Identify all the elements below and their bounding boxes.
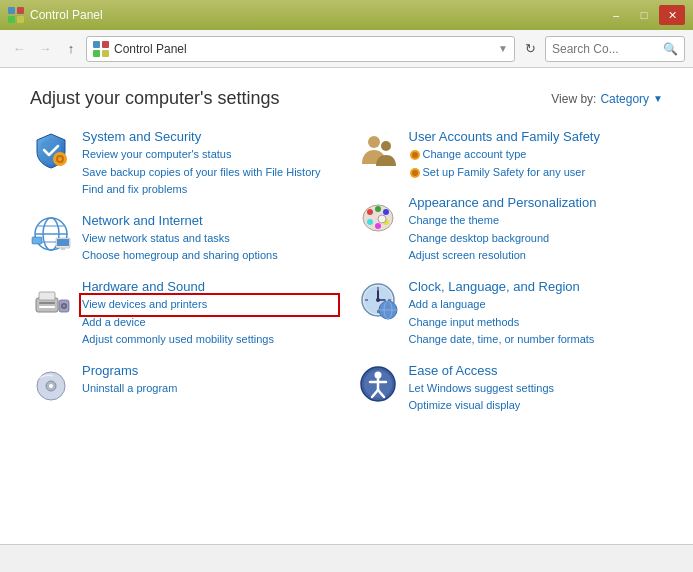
svg-point-39 <box>383 209 389 215</box>
viewby-dropdown-icon[interactable]: ▼ <box>653 93 663 104</box>
hardware-sound-title[interactable]: Hardware and Sound <box>82 279 337 294</box>
categories-grid: System and Security Review your computer… <box>30 129 663 429</box>
close-button[interactable]: ✕ <box>659 5 685 25</box>
svg-point-26 <box>63 304 66 307</box>
svg-rect-4 <box>93 41 100 48</box>
clock-language-link-2[interactable]: Change date, time, or number formats <box>409 331 664 349</box>
user-accounts-title[interactable]: User Accounts and Family Safety <box>409 129 664 144</box>
shield-icon <box>30 129 72 171</box>
svg-rect-18 <box>61 248 65 250</box>
network-internet-link-0[interactable]: View network status and tasks <box>82 230 337 248</box>
svg-rect-17 <box>57 239 69 246</box>
window-title: Control Panel <box>30 8 103 22</box>
address-box[interactable]: Control Panel ▼ <box>86 36 515 62</box>
user-accounts-link-1[interactable]: Set up Family Safety for any user <box>409 164 664 182</box>
category-system-security: System and Security Review your computer… <box>30 129 337 199</box>
hardware-sound-content: Hardware and Sound View devices and prin… <box>82 279 337 349</box>
system-security-link-2[interactable]: Find and fix problems <box>82 181 337 199</box>
page-header: Adjust your computer's settings View by:… <box>30 88 663 109</box>
viewby-label: View by: <box>551 92 596 106</box>
ease-access-title[interactable]: Ease of Access <box>409 363 664 378</box>
svg-point-31 <box>381 141 391 151</box>
status-bar <box>0 544 693 572</box>
svg-rect-7 <box>102 50 109 57</box>
window-icon <box>8 7 24 23</box>
forward-button[interactable]: → <box>34 38 56 60</box>
system-security-link-0[interactable]: Review your computer's status <box>82 146 337 164</box>
category-hardware-sound: Hardware and Sound View devices and prin… <box>30 279 337 349</box>
accounts-icon <box>357 129 399 171</box>
programs-link-0[interactable]: Uninstall a program <box>82 380 337 398</box>
system-security-title[interactable]: System and Security <box>82 129 337 144</box>
address-text: Control Panel <box>114 42 493 56</box>
clock-language-link-1[interactable]: Change input methods <box>409 314 664 332</box>
svg-point-37 <box>367 209 373 215</box>
access-icon <box>357 363 399 405</box>
viewby-value[interactable]: Category <box>600 92 649 106</box>
hardware-sound-link-2[interactable]: Adjust commonly used mobility settings <box>82 331 337 349</box>
programs-icon <box>30 363 72 405</box>
svg-point-10 <box>58 157 62 161</box>
title-bar-controls: – □ ✕ <box>603 5 685 25</box>
hardware-sound-link-0[interactable]: View devices and printers <box>82 296 337 314</box>
address-bar: ← → ↑ Control Panel ▼ ↻ 🔍 <box>0 30 693 68</box>
system-security-content: System and Security Review your computer… <box>82 129 337 199</box>
up-button[interactable]: ↑ <box>60 38 82 60</box>
appearance-link-2[interactable]: Adjust screen resolution <box>409 247 664 265</box>
category-user-accounts: User Accounts and Family Safety Change a… <box>357 129 664 181</box>
ease-access-content: Ease of Access Let Windows suggest setti… <box>409 363 664 415</box>
svg-point-29 <box>49 384 53 388</box>
search-icon: 🔍 <box>663 42 678 56</box>
maximize-button[interactable]: □ <box>631 5 657 25</box>
search-box[interactable]: 🔍 <box>545 36 685 62</box>
svg-point-35 <box>412 170 418 176</box>
category-ease-access: Ease of Access Let Windows suggest setti… <box>357 363 664 415</box>
address-cp-icon <box>93 41 109 57</box>
network-icon <box>30 213 72 255</box>
address-dropdown-icon[interactable]: ▼ <box>498 43 508 54</box>
system-security-link-1[interactable]: Save backup copies of your files with Fi… <box>82 164 337 182</box>
programs-content: Programs Uninstall a program <box>82 363 337 398</box>
category-clock-language: Clock, Language, and Region Add a langua… <box>357 279 664 349</box>
search-input[interactable] <box>552 42 663 56</box>
category-appearance: Appearance and Personalization Change th… <box>357 195 664 265</box>
svg-rect-2 <box>8 16 15 23</box>
clock-icon <box>357 279 399 321</box>
svg-rect-1 <box>17 7 24 14</box>
user-accounts-link-0[interactable]: Change account type <box>409 146 664 164</box>
ease-access-link-0[interactable]: Let Windows suggest settings <box>409 380 664 398</box>
refresh-button[interactable]: ↻ <box>519 38 541 60</box>
appearance-title[interactable]: Appearance and Personalization <box>409 195 664 210</box>
hardware-icon <box>30 279 72 321</box>
clock-language-content: Clock, Language, and Region Add a langua… <box>409 279 664 349</box>
ease-access-link-1[interactable]: Optimize visual display <box>409 397 664 415</box>
back-button[interactable]: ← <box>8 38 30 60</box>
hardware-sound-link-1[interactable]: Add a device <box>82 314 337 332</box>
minimize-button[interactable]: – <box>603 5 629 25</box>
svg-rect-3 <box>17 16 24 23</box>
clock-language-link-0[interactable]: Add a language <box>409 296 664 314</box>
svg-point-43 <box>378 215 386 223</box>
appearance-icon <box>357 195 399 237</box>
svg-rect-21 <box>39 302 55 304</box>
appearance-link-1[interactable]: Change desktop background <box>409 230 664 248</box>
svg-rect-22 <box>39 306 55 308</box>
svg-point-52 <box>376 298 380 302</box>
programs-title[interactable]: Programs <box>82 363 337 378</box>
clock-language-title[interactable]: Clock, Language, and Region <box>409 279 664 294</box>
appearance-content: Appearance and Personalization Change th… <box>409 195 664 265</box>
svg-rect-23 <box>39 292 55 300</box>
category-network-internet: Network and Internet View network status… <box>30 213 337 265</box>
category-programs: Programs Uninstall a program <box>30 363 337 405</box>
svg-rect-0 <box>8 7 15 14</box>
svg-point-30 <box>368 136 380 148</box>
svg-rect-5 <box>102 41 109 48</box>
right-column: User Accounts and Family Safety Change a… <box>357 129 664 429</box>
svg-rect-6 <box>93 50 100 57</box>
svg-point-42 <box>367 219 373 225</box>
page-title: Adjust your computer's settings <box>30 88 280 109</box>
network-internet-title[interactable]: Network and Internet <box>82 213 337 228</box>
title-bar: Control Panel – □ ✕ <box>0 0 693 30</box>
network-internet-link-1[interactable]: Choose homegroup and sharing options <box>82 247 337 265</box>
appearance-link-0[interactable]: Change the theme <box>409 212 664 230</box>
